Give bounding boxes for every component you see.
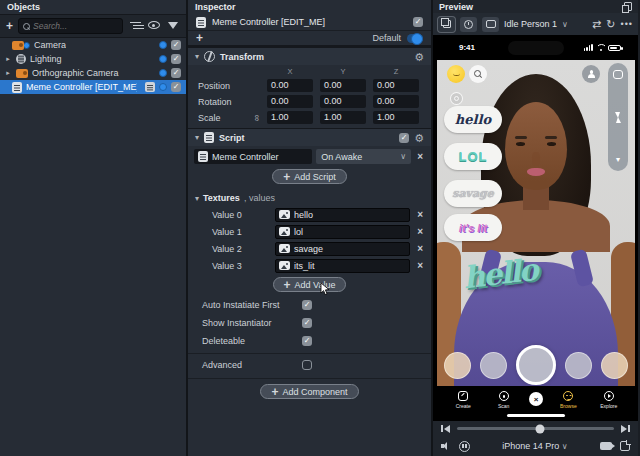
script-section-header[interactable]: ▾ Script ✓ ⚙ [188,128,431,146]
expand-chevron-icon[interactable]: ▸ [4,69,12,77]
expand-chevron-icon[interactable]: ▸ [4,55,12,63]
tree-item-orthographic-camera[interactable]: ▸ Orthographic Camera ✓ [0,66,186,80]
add-button[interactable]: + [196,33,203,43]
bitmoji-avatar[interactable] [447,65,465,83]
reload-icon[interactable]: ↻ [606,18,615,31]
visible-dot[interactable] [159,41,167,49]
add-component-button[interactable]: + Add Component [260,384,358,399]
remove-value-button[interactable]: × [415,260,425,271]
objects-search[interactable] [18,18,123,34]
gear-icon[interactable]: ⚙ [414,133,424,143]
flip-camera-button[interactable] [482,17,499,32]
rotation-x-field[interactable]: 0.00 [267,95,313,108]
sticker-hello[interactable]: hello [444,106,502,133]
enabled-checkbox[interactable]: ✓ [171,68,181,78]
simulation-time-button[interactable] [460,17,477,32]
add-script-button[interactable]: + Add Script [272,169,347,184]
record-video-icon[interactable] [600,442,612,450]
visible-dot[interactable] [159,55,167,63]
tree-item-meme-controller[interactable]: Meme Controller [EDIT_ME] ✓ [0,80,186,94]
script-event-dropdown[interactable]: On Awake ∨ [316,149,411,164]
visible-dot[interactable] [159,69,167,77]
search-input[interactable] [33,21,118,31]
duplicate-view-button[interactable] [438,17,455,32]
image-icon [279,244,290,253]
chevron-down-icon[interactable]: ▾ [616,155,620,164]
texture-field-1[interactable]: lol [275,225,410,239]
filter-icon[interactable] [166,21,180,31]
step-forward-button[interactable] [621,425,630,433]
visible-dot[interactable] [159,83,167,91]
search-button[interactable] [469,65,487,83]
enabled-checkbox[interactable]: ✓ [171,54,181,64]
nav-scan[interactable]: Scan [489,391,519,409]
advanced-checkbox[interactable] [302,360,312,370]
texture-field-2[interactable]: savage [275,242,410,256]
remove-value-button[interactable]: × [415,243,425,254]
persona-dropdown[interactable]: Idle Person 1 [504,19,557,29]
camera-icon [16,69,28,78]
add-value-button[interactable]: + Add Value [273,277,347,292]
lens-item-selected[interactable] [516,345,556,385]
deleteable-checkbox[interactable]: ✓ [302,336,312,346]
object-enabled-checkbox[interactable]: ✓ [413,17,423,27]
sticker-lol[interactable]: LOL [444,143,502,170]
collapse-chevron-icon[interactable]: ▾ [195,133,199,142]
remove-value-button[interactable]: × [415,209,425,220]
popout-window-icon[interactable] [624,2,632,11]
gear-icon[interactable]: ⚙ [414,52,424,62]
scale-y-field[interactable]: 1.00 [320,111,366,124]
hierarchy-icon[interactable] [128,21,142,32]
pause-button[interactable] [459,441,470,452]
more-options-button[interactable]: ••• [621,19,633,29]
add-friend-button[interactable] [582,65,600,83]
rotation-y-field[interactable]: 0.00 [320,95,366,108]
texture-field-3[interactable]: its_lit [275,259,410,273]
scale-z-field[interactable]: 1.00 [373,111,419,124]
collapse-chevron-icon[interactable]: ▾ [195,194,199,203]
script-enabled-checkbox[interactable]: ✓ [399,133,409,143]
remove-script-button[interactable]: × [415,151,425,162]
add-object-button[interactable]: + [6,21,13,31]
device-dropdown[interactable]: iPhone 14 Pro ∨ [478,441,592,451]
lens-carousel[interactable] [437,341,635,386]
swap-icon[interactable]: ⇄ [592,18,601,31]
step-back-button[interactable] [441,425,450,433]
remove-value-button[interactable]: × [415,226,425,237]
position-z-field[interactable]: 0.00 [373,79,419,92]
sticker-savage[interactable]: savage [444,180,502,207]
timeline-handle[interactable] [536,424,545,433]
sticker-its-lit[interactable]: it's lit [444,214,502,241]
lens-item[interactable] [565,352,592,379]
enabled-checkbox[interactable]: ✓ [171,82,181,92]
show-instantiator-checkbox[interactable]: ✓ [302,318,312,328]
nav-create[interactable]: Create [448,391,478,409]
auto-instantiate-checkbox[interactable]: ✓ [302,300,312,310]
script-asset-field[interactable]: Meme Controller [194,149,312,164]
tree-item-camera[interactable]: Camera ✓ [0,38,186,52]
flash-off-icon[interactable] [614,112,622,123]
lens-item[interactable] [480,352,507,379]
visibility-icon[interactable] [147,21,161,31]
nav-browse[interactable]: Browse [553,391,583,409]
texture-field-0[interactable]: hello [275,208,410,222]
screenshot-icon[interactable] [620,441,630,451]
default-toggle[interactable] [407,34,423,43]
collapse-chevron-icon[interactable]: ▾ [195,52,199,61]
lens-item[interactable] [601,352,628,379]
link-scale-icon[interactable]: ∞ [252,114,262,120]
speaker-icon[interactable] [441,442,451,451]
rotation-z-field[interactable]: 0.00 [373,95,419,108]
transform-section-header[interactable]: ▾ Transform ⚙ [188,47,431,65]
nav-explore[interactable]: Explore [594,391,624,409]
timeline-track[interactable] [457,427,615,430]
close-lens-button[interactable]: × [529,392,543,406]
lens-item[interactable] [444,352,471,379]
position-x-field[interactable]: 0.00 [267,79,313,92]
tree-item-lighting[interactable]: ▸ Lighting ✓ [0,52,186,66]
flip-camera-icon[interactable] [613,70,623,79]
enabled-checkbox[interactable]: ✓ [171,40,181,50]
position-y-field[interactable]: 0.00 [320,79,366,92]
textures-header[interactable]: ▾ Textures , values [188,188,431,206]
scale-x-field[interactable]: 1.00 [267,111,313,124]
